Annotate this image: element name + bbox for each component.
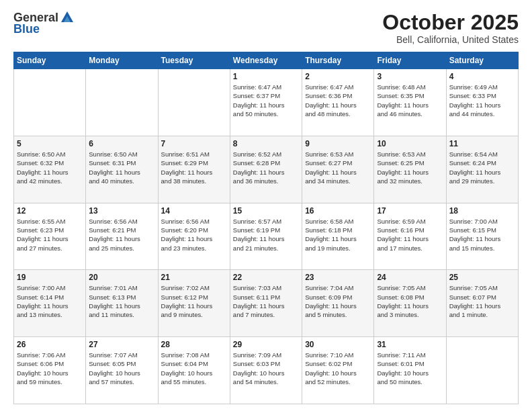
- day-info: Sunrise: 7:10 AM Sunset: 6:02 PM Dayligh…: [305, 351, 371, 386]
- month-title: October 2025: [382, 11, 519, 34]
- day-number: 26: [17, 340, 83, 349]
- day-number: 29: [233, 340, 299, 349]
- day-number: 6: [89, 139, 154, 148]
- day-number: 30: [305, 340, 371, 349]
- table-row: [86, 69, 158, 136]
- day-number: 8: [233, 139, 299, 148]
- day-number: 11: [449, 139, 515, 148]
- table-row: 12Sunrise: 6:55 AM Sunset: 6:23 PM Dayli…: [14, 203, 86, 270]
- table-row: 31Sunrise: 7:11 AM Sunset: 6:01 PM Dayli…: [374, 337, 446, 404]
- day-info: Sunrise: 6:47 AM Sunset: 6:36 PM Dayligh…: [305, 83, 371, 118]
- calendar-week-4: 19Sunrise: 7:00 AM Sunset: 6:14 PM Dayli…: [14, 270, 519, 337]
- table-row: 20Sunrise: 7:01 AM Sunset: 6:13 PM Dayli…: [86, 270, 158, 337]
- calendar-week-3: 12Sunrise: 6:55 AM Sunset: 6:23 PM Dayli…: [14, 203, 519, 270]
- col-sunday: Sunday: [14, 52, 86, 69]
- col-thursday: Thursday: [302, 52, 374, 69]
- day-info: Sunrise: 6:58 AM Sunset: 6:18 PM Dayligh…: [305, 217, 371, 253]
- table-row: 1Sunrise: 6:47 AM Sunset: 6:37 PM Daylig…: [230, 69, 302, 136]
- day-info: Sunrise: 6:54 AM Sunset: 6:24 PM Dayligh…: [449, 150, 515, 185]
- table-row: 28Sunrise: 7:08 AM Sunset: 6:04 PM Dayli…: [158, 337, 230, 404]
- day-number: 2: [305, 72, 371, 81]
- table-row: 2Sunrise: 6:47 AM Sunset: 6:36 PM Daylig…: [302, 69, 374, 136]
- day-number: 3: [377, 72, 443, 81]
- calendar-week-5: 26Sunrise: 7:06 AM Sunset: 6:06 PM Dayli…: [14, 337, 519, 404]
- day-info: Sunrise: 6:55 AM Sunset: 6:23 PM Dayligh…: [17, 217, 83, 253]
- table-row: 25Sunrise: 7:05 AM Sunset: 6:07 PM Dayli…: [446, 270, 518, 337]
- table-row: 18Sunrise: 7:00 AM Sunset: 6:15 PM Dayli…: [446, 203, 518, 270]
- day-number: 28: [161, 340, 227, 349]
- table-row: 13Sunrise: 6:56 AM Sunset: 6:21 PM Dayli…: [86, 203, 158, 270]
- table-row: 15Sunrise: 6:57 AM Sunset: 6:19 PM Dayli…: [230, 203, 302, 270]
- day-number: 21: [161, 273, 227, 282]
- day-info: Sunrise: 6:56 AM Sunset: 6:21 PM Dayligh…: [89, 217, 154, 253]
- day-info: Sunrise: 6:59 AM Sunset: 6:16 PM Dayligh…: [377, 217, 443, 253]
- table-row: 27Sunrise: 7:07 AM Sunset: 6:05 PM Dayli…: [86, 337, 158, 404]
- day-number: 27: [89, 340, 154, 349]
- table-row: 16Sunrise: 6:58 AM Sunset: 6:18 PM Dayli…: [302, 203, 374, 270]
- table-row: 10Sunrise: 6:53 AM Sunset: 6:25 PM Dayli…: [374, 136, 446, 203]
- table-row: 6Sunrise: 6:50 AM Sunset: 6:31 PM Daylig…: [86, 136, 158, 203]
- day-number: 13: [89, 206, 154, 216]
- table-row: 29Sunrise: 7:09 AM Sunset: 6:03 PM Dayli…: [230, 337, 302, 404]
- table-row: 8Sunrise: 6:52 AM Sunset: 6:28 PM Daylig…: [230, 136, 302, 203]
- day-info: Sunrise: 6:48 AM Sunset: 6:35 PM Dayligh…: [377, 83, 443, 118]
- table-row: 9Sunrise: 6:53 AM Sunset: 6:27 PM Daylig…: [302, 136, 374, 203]
- table-row: 7Sunrise: 6:51 AM Sunset: 6:29 PM Daylig…: [158, 136, 230, 203]
- day-number: 31: [377, 340, 443, 349]
- day-number: 17: [377, 206, 443, 216]
- day-info: Sunrise: 6:50 AM Sunset: 6:31 PM Dayligh…: [89, 150, 154, 185]
- calendar-week-2: 5Sunrise: 6:50 AM Sunset: 6:32 PM Daylig…: [14, 136, 519, 203]
- page: General Blue October 2025 Bell, Californ…: [0, 0, 532, 411]
- day-info: Sunrise: 6:52 AM Sunset: 6:28 PM Dayligh…: [233, 150, 299, 185]
- table-row: 4Sunrise: 6:49 AM Sunset: 6:33 PM Daylig…: [446, 69, 518, 136]
- table-row: 23Sunrise: 7:04 AM Sunset: 6:09 PM Dayli…: [302, 270, 374, 337]
- logo: General Blue: [13, 11, 75, 36]
- calendar-week-1: 1Sunrise: 6:47 AM Sunset: 6:37 PM Daylig…: [14, 69, 519, 136]
- day-info: Sunrise: 6:53 AM Sunset: 6:27 PM Dayligh…: [305, 150, 371, 185]
- day-number: 12: [17, 206, 83, 216]
- day-number: 4: [449, 72, 515, 81]
- title-block: October 2025 Bell, California, United St…: [382, 11, 519, 45]
- day-number: 24: [377, 273, 443, 282]
- day-info: Sunrise: 7:05 AM Sunset: 6:08 PM Dayligh…: [377, 283, 443, 319]
- day-info: Sunrise: 6:57 AM Sunset: 6:19 PM Dayligh…: [233, 217, 299, 253]
- table-row: 11Sunrise: 6:54 AM Sunset: 6:24 PM Dayli…: [446, 136, 518, 203]
- table-row: 26Sunrise: 7:06 AM Sunset: 6:06 PM Dayli…: [14, 337, 86, 404]
- day-info: Sunrise: 6:50 AM Sunset: 6:32 PM Dayligh…: [17, 150, 83, 185]
- day-number: 18: [449, 206, 515, 216]
- day-info: Sunrise: 6:47 AM Sunset: 6:37 PM Dayligh…: [233, 83, 299, 118]
- col-wednesday: Wednesday: [230, 52, 302, 69]
- day-number: 1: [233, 72, 299, 81]
- day-info: Sunrise: 7:05 AM Sunset: 6:07 PM Dayligh…: [449, 283, 515, 319]
- header: General Blue October 2025 Bell, Californ…: [13, 11, 519, 45]
- day-info: Sunrise: 7:07 AM Sunset: 6:05 PM Dayligh…: [89, 351, 154, 386]
- col-friday: Friday: [374, 52, 446, 69]
- logo-icon: [60, 10, 75, 24]
- day-number: 15: [233, 206, 299, 216]
- day-number: 25: [449, 273, 515, 282]
- table-row: 17Sunrise: 6:59 AM Sunset: 6:16 PM Dayli…: [374, 203, 446, 270]
- table-row: 19Sunrise: 7:00 AM Sunset: 6:14 PM Dayli…: [14, 270, 86, 337]
- calendar-header-row: Sunday Monday Tuesday Wednesday Thursday…: [14, 52, 519, 69]
- day-info: Sunrise: 7:01 AM Sunset: 6:13 PM Dayligh…: [89, 283, 154, 319]
- table-row: 24Sunrise: 7:05 AM Sunset: 6:08 PM Dayli…: [374, 270, 446, 337]
- day-number: 23: [305, 273, 371, 282]
- col-monday: Monday: [86, 52, 158, 69]
- col-saturday: Saturday: [446, 52, 518, 69]
- table-row: [158, 69, 230, 136]
- day-info: Sunrise: 7:11 AM Sunset: 6:01 PM Dayligh…: [377, 351, 443, 386]
- location-subtitle: Bell, California, United States: [382, 34, 519, 45]
- day-number: 9: [305, 139, 371, 148]
- col-tuesday: Tuesday: [158, 52, 230, 69]
- day-number: 5: [17, 139, 83, 148]
- table-row: 14Sunrise: 6:56 AM Sunset: 6:20 PM Dayli…: [158, 203, 230, 270]
- day-number: 7: [161, 139, 227, 148]
- day-info: Sunrise: 7:02 AM Sunset: 6:12 PM Dayligh…: [161, 283, 227, 319]
- day-info: Sunrise: 7:00 AM Sunset: 6:14 PM Dayligh…: [17, 283, 83, 319]
- table-row: 21Sunrise: 7:02 AM Sunset: 6:12 PM Dayli…: [158, 270, 230, 337]
- calendar-table: Sunday Monday Tuesday Wednesday Thursday…: [13, 52, 519, 404]
- day-info: Sunrise: 7:04 AM Sunset: 6:09 PM Dayligh…: [305, 283, 371, 319]
- table-row: 22Sunrise: 7:03 AM Sunset: 6:11 PM Dayli…: [230, 270, 302, 337]
- day-info: Sunrise: 6:56 AM Sunset: 6:20 PM Dayligh…: [161, 217, 227, 253]
- table-row: 5Sunrise: 6:50 AM Sunset: 6:32 PM Daylig…: [14, 136, 86, 203]
